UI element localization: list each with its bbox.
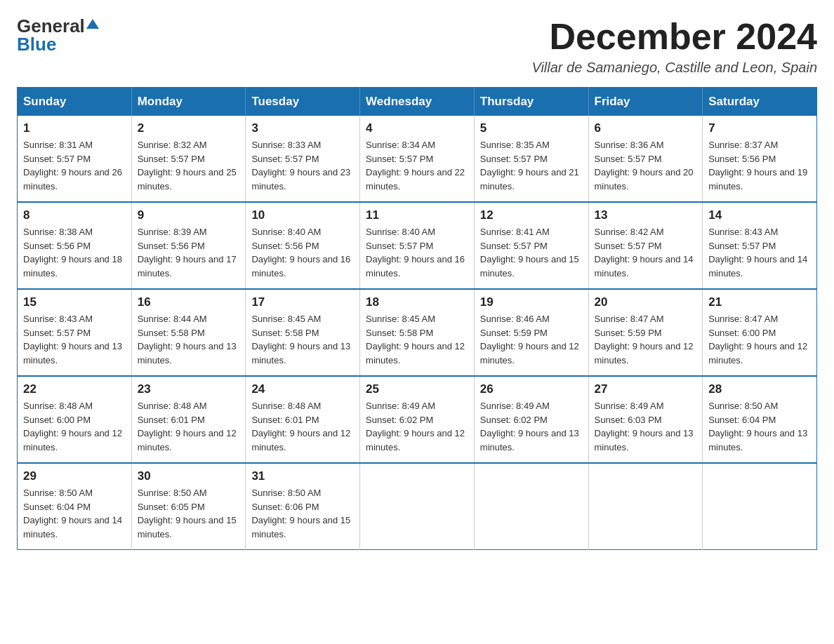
day-info: Sunrise: 8:33 AMSunset: 5:57 PMDaylight:… xyxy=(251,140,350,192)
day-number: 16 xyxy=(138,295,240,309)
calendar-cell xyxy=(588,463,703,550)
logo-triangle-icon xyxy=(86,19,99,32)
day-info: Sunrise: 8:35 AMSunset: 5:57 PMDaylight:… xyxy=(480,140,579,192)
day-info: Sunrise: 8:43 AMSunset: 5:57 PMDaylight:… xyxy=(23,314,122,365)
header-day-tuesday: Tuesday xyxy=(246,88,360,116)
day-number: 26 xyxy=(480,382,583,396)
day-info: Sunrise: 8:49 AMSunset: 6:02 PMDaylight:… xyxy=(366,401,465,452)
calendar-cell xyxy=(474,463,588,550)
week-row-5: 29 Sunrise: 8:50 AMSunset: 6:04 PMDaylig… xyxy=(18,463,817,550)
header-day-sunday: Sunday xyxy=(18,88,132,116)
logo-blue: Blue xyxy=(17,35,56,53)
day-number: 8 xyxy=(23,208,126,222)
calendar-cell: 4 Sunrise: 8:34 AMSunset: 5:57 PMDayligh… xyxy=(360,116,475,202)
calendar-cell: 21 Sunrise: 8:47 AMSunset: 6:00 PMDaylig… xyxy=(703,289,817,376)
day-info: Sunrise: 8:46 AMSunset: 5:59 PMDaylight:… xyxy=(480,314,579,365)
calendar-cell: 29 Sunrise: 8:50 AMSunset: 6:04 PMDaylig… xyxy=(18,463,132,550)
day-number: 5 xyxy=(480,121,583,135)
title-section: December 2024 Villar de Samaniego, Casti… xyxy=(531,17,817,76)
day-number: 2 xyxy=(138,121,240,135)
day-number: 23 xyxy=(138,382,240,396)
day-number: 15 xyxy=(23,295,126,309)
day-number: 25 xyxy=(366,382,468,396)
calendar-cell: 12 Sunrise: 8:41 AMSunset: 5:57 PMDaylig… xyxy=(474,202,588,289)
day-info: Sunrise: 8:42 AMSunset: 5:57 PMDaylight:… xyxy=(595,227,694,279)
calendar-cell: 25 Sunrise: 8:49 AMSunset: 6:02 PMDaylig… xyxy=(360,376,475,463)
calendar-cell: 17 Sunrise: 8:45 AMSunset: 5:58 PMDaylig… xyxy=(246,289,360,376)
calendar-cell: 15 Sunrise: 8:43 AMSunset: 5:57 PMDaylig… xyxy=(18,289,132,376)
calendar-cell: 6 Sunrise: 8:36 AMSunset: 5:57 PMDayligh… xyxy=(588,116,703,202)
day-info: Sunrise: 8:50 AMSunset: 6:06 PMDaylight:… xyxy=(251,488,350,539)
calendar-cell: 30 Sunrise: 8:50 AMSunset: 6:05 PMDaylig… xyxy=(131,463,246,550)
svg-marker-0 xyxy=(86,19,99,29)
day-info: Sunrise: 8:50 AMSunset: 6:04 PMDaylight:… xyxy=(23,488,122,539)
day-number: 7 xyxy=(708,121,811,135)
day-info: Sunrise: 8:36 AMSunset: 5:57 PMDaylight:… xyxy=(595,140,694,192)
day-info: Sunrise: 8:45 AMSunset: 5:58 PMDaylight:… xyxy=(366,314,465,365)
calendar-cell xyxy=(360,463,475,550)
day-number: 14 xyxy=(708,208,811,222)
day-number: 12 xyxy=(480,208,583,222)
calendar-cell: 28 Sunrise: 8:50 AMSunset: 6:04 PMDaylig… xyxy=(703,376,817,463)
day-number: 19 xyxy=(480,295,583,309)
calendar-cell: 7 Sunrise: 8:37 AMSunset: 5:56 PMDayligh… xyxy=(703,116,817,202)
week-row-4: 22 Sunrise: 8:48 AMSunset: 6:00 PMDaylig… xyxy=(18,376,817,463)
header-day-wednesday: Wednesday xyxy=(360,88,475,116)
location-subtitle: Villar de Samaniego, Castille and Leon, … xyxy=(531,60,817,76)
page-header: General Blue December 2024 Villar de Sam… xyxy=(17,17,817,76)
week-row-3: 15 Sunrise: 8:43 AMSunset: 5:57 PMDaylig… xyxy=(18,289,817,376)
day-info: Sunrise: 8:37 AMSunset: 5:56 PMDaylight:… xyxy=(708,140,807,192)
week-row-2: 8 Sunrise: 8:38 AMSunset: 5:56 PMDayligh… xyxy=(18,202,817,289)
calendar-cell: 18 Sunrise: 8:45 AMSunset: 5:58 PMDaylig… xyxy=(360,289,475,376)
calendar-cell: 3 Sunrise: 8:33 AMSunset: 5:57 PMDayligh… xyxy=(246,116,360,202)
calendar-cell: 27 Sunrise: 8:49 AMSunset: 6:03 PMDaylig… xyxy=(588,376,703,463)
day-info: Sunrise: 8:44 AMSunset: 5:58 PMDaylight:… xyxy=(138,314,237,365)
calendar-cell: 2 Sunrise: 8:32 AMSunset: 5:57 PMDayligh… xyxy=(131,116,246,202)
day-number: 1 xyxy=(23,121,126,135)
day-info: Sunrise: 8:48 AMSunset: 6:01 PMDaylight:… xyxy=(251,401,350,452)
day-number: 10 xyxy=(251,208,354,222)
day-number: 3 xyxy=(251,121,354,135)
header-day-saturday: Saturday xyxy=(703,88,817,116)
day-info: Sunrise: 8:32 AMSunset: 5:57 PMDaylight:… xyxy=(138,140,237,192)
day-number: 20 xyxy=(595,295,697,309)
day-number: 17 xyxy=(251,295,354,309)
day-info: Sunrise: 8:40 AMSunset: 5:57 PMDaylight:… xyxy=(366,227,465,279)
day-info: Sunrise: 8:31 AMSunset: 5:57 PMDaylight:… xyxy=(23,140,122,192)
month-title: December 2024 xyxy=(531,17,817,57)
day-info: Sunrise: 8:39 AMSunset: 5:56 PMDaylight:… xyxy=(138,227,237,279)
calendar-cell: 19 Sunrise: 8:46 AMSunset: 5:59 PMDaylig… xyxy=(474,289,588,376)
day-number: 30 xyxy=(138,469,240,483)
day-number: 11 xyxy=(366,208,468,222)
day-info: Sunrise: 8:38 AMSunset: 5:56 PMDaylight:… xyxy=(23,227,122,279)
day-number: 24 xyxy=(251,382,354,396)
day-info: Sunrise: 8:34 AMSunset: 5:57 PMDaylight:… xyxy=(366,140,465,192)
calendar-cell: 26 Sunrise: 8:49 AMSunset: 6:02 PMDaylig… xyxy=(474,376,588,463)
day-number: 13 xyxy=(595,208,697,222)
header-day-monday: Monday xyxy=(131,88,246,116)
day-info: Sunrise: 8:40 AMSunset: 5:56 PMDaylight:… xyxy=(251,227,350,279)
day-info: Sunrise: 8:50 AMSunset: 6:05 PMDaylight:… xyxy=(138,488,237,539)
day-number: 18 xyxy=(366,295,468,309)
calendar-header-row: SundayMondayTuesdayWednesdayThursdayFrid… xyxy=(18,88,817,116)
calendar-cell: 31 Sunrise: 8:50 AMSunset: 6:06 PMDaylig… xyxy=(246,463,360,550)
day-info: Sunrise: 8:49 AMSunset: 6:03 PMDaylight:… xyxy=(595,401,694,452)
calendar-cell: 20 Sunrise: 8:47 AMSunset: 5:59 PMDaylig… xyxy=(588,289,703,376)
day-info: Sunrise: 8:47 AMSunset: 5:59 PMDaylight:… xyxy=(595,314,694,365)
day-info: Sunrise: 8:45 AMSunset: 5:58 PMDaylight:… xyxy=(251,314,350,365)
logo-general: General xyxy=(17,17,85,35)
day-number: 28 xyxy=(708,382,811,396)
day-number: 4 xyxy=(366,121,468,135)
day-number: 6 xyxy=(595,121,697,135)
header-day-friday: Friday xyxy=(588,88,703,116)
day-number: 9 xyxy=(138,208,240,222)
calendar-cell: 22 Sunrise: 8:48 AMSunset: 6:00 PMDaylig… xyxy=(18,376,132,463)
day-number: 22 xyxy=(23,382,126,396)
day-number: 31 xyxy=(251,469,354,483)
week-row-1: 1 Sunrise: 8:31 AMSunset: 5:57 PMDayligh… xyxy=(18,116,817,202)
day-info: Sunrise: 8:48 AMSunset: 6:01 PMDaylight:… xyxy=(138,401,237,452)
calendar-cell: 14 Sunrise: 8:43 AMSunset: 5:57 PMDaylig… xyxy=(703,202,817,289)
day-info: Sunrise: 8:47 AMSunset: 6:00 PMDaylight:… xyxy=(708,314,807,365)
calendar-table: SundayMondayTuesdayWednesdayThursdayFrid… xyxy=(17,87,817,550)
day-number: 27 xyxy=(595,382,697,396)
